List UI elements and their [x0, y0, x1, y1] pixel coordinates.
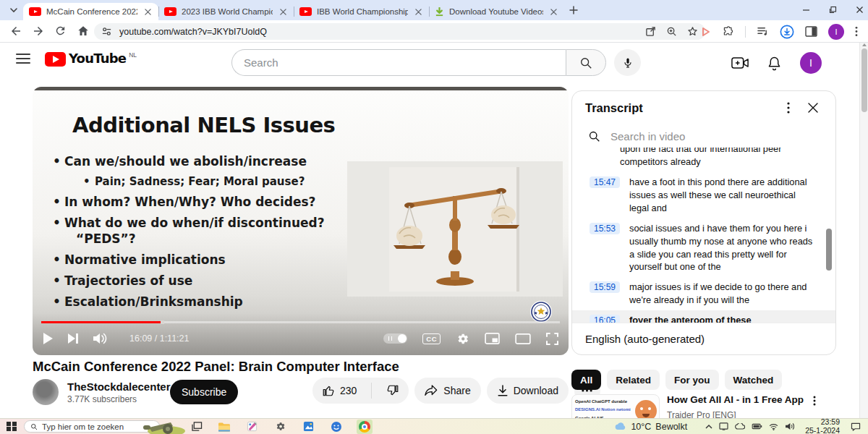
youtube-profile-avatar[interactable]: I [800, 52, 822, 74]
zoom-page-icon[interactable] [666, 26, 677, 37]
weather-widget[interactable]: 10°C Bewolkt [615, 422, 687, 432]
chip-related[interactable]: Related [607, 370, 660, 390]
chrome-icon[interactable] [357, 420, 373, 434]
extensions-puzzle-icon[interactable] [723, 26, 734, 38]
start-button[interactable] [7, 422, 17, 432]
settings-icon[interactable] [272, 420, 288, 434]
transcript-row[interactable]: 15:47 have a foot in this pond there are… [572, 172, 835, 218]
settings-gear-icon[interactable] [456, 332, 469, 346]
youtube-logo[interactable]: YouTube NL [45, 51, 137, 67]
search-button[interactable] [566, 49, 606, 76]
tab-close-icon[interactable] [278, 7, 288, 17]
notifications-bell-icon[interactable] [767, 56, 781, 71]
recommended-title[interactable]: How Get All AI - in 1 Free App [667, 394, 810, 405]
like-button[interactable]: 230 [312, 378, 366, 404]
transcript-clipped-row[interactable]: upon the fact that our international pee… [620, 148, 807, 168]
tab-search-button[interactable] [7, 4, 20, 17]
fullscreen-button[interactable] [546, 333, 558, 345]
photos-icon[interactable] [300, 420, 316, 434]
transcript-search[interactable]: Search in video [572, 124, 835, 148]
chip-all[interactable]: All [571, 370, 601, 390]
scrollbar-up-arrow[interactable] [862, 43, 867, 46]
speaker-icon[interactable] [785, 422, 794, 430]
transcript-row[interactable]: 15:53 social issues and i have them for … [572, 218, 835, 278]
channel-name[interactable]: TheStockdalecenter [67, 380, 160, 393]
share-page-icon[interactable] [645, 26, 656, 37]
reload-icon[interactable] [54, 25, 67, 38]
channel-avatar[interactable] [33, 379, 59, 405]
new-tab-button[interactable] [569, 5, 580, 17]
tab-close-icon[interactable] [548, 7, 558, 17]
browser-tab-1[interactable]: McCain Conference 2022 Panel: [23, 3, 158, 20]
browser-tab-4[interactable]: Download Youtube Videos for F [429, 3, 564, 20]
chip-for-you[interactable]: For you [665, 370, 719, 390]
taskbar-search[interactable]: Typ hier om te zoeken [24, 420, 160, 433]
onedrive-icon[interactable] [735, 423, 745, 430]
action-center-icon[interactable] [851, 422, 861, 431]
captions-button[interactable]: CC [422, 333, 441, 344]
video-player[interactable]: Additional NELS Issues Can we/should we … [33, 87, 569, 355]
transcript-list[interactable]: upon the fact that our international pee… [572, 148, 835, 323]
create-video-icon[interactable] [731, 56, 749, 69]
progress-bar[interactable] [41, 321, 560, 323]
site-info-icon[interactable] [101, 26, 112, 37]
transcript-scrollbar-thumb[interactable] [826, 229, 832, 271]
chip-watched[interactable]: Watched [725, 370, 783, 390]
transcript-row-active[interactable]: 16:05 foyer the anteroom of these capabi… [572, 310, 835, 323]
timestamp-chip[interactable]: 15:53 [590, 223, 620, 234]
tray-expand-icon[interactable] [705, 424, 712, 429]
recommended-menu-icon[interactable] [813, 396, 816, 406]
transcript-menu-icon[interactable] [776, 99, 801, 116]
window-minimize-button[interactable] [802, 6, 810, 14]
play-button[interactable] [43, 333, 54, 344]
transcript-language[interactable]: English (auto-generated) [572, 323, 835, 354]
timestamp-chip[interactable]: 16:05 [590, 315, 620, 323]
extension-arrow-icon[interactable] [700, 26, 712, 38]
browser-tab-2[interactable]: 2023 IBB World Championship | [158, 3, 294, 20]
timestamp-chip[interactable]: 15:59 [590, 281, 620, 293]
file-explorer-icon[interactable] [216, 420, 231, 434]
wifi-icon[interactable] [769, 423, 778, 430]
tab-close-icon[interactable] [413, 7, 423, 17]
download-button[interactable]: Download [487, 378, 569, 404]
media-controls-icon[interactable] [757, 26, 769, 37]
transcript-text: foyer the anteroom of these capabilizati… [629, 314, 814, 323]
emoji-app-icon[interactable] [328, 420, 344, 434]
next-button[interactable] [68, 333, 79, 344]
share-button[interactable]: Share [414, 378, 480, 404]
battery-icon[interactable] [752, 423, 762, 430]
cast-icon[interactable] [719, 422, 728, 430]
back-icon[interactable] [9, 25, 22, 38]
theater-mode-button[interactable] [515, 333, 531, 344]
window-maximize-button[interactable] [829, 6, 837, 14]
scrollbar-thumb[interactable] [861, 48, 867, 112]
volume-icon[interactable] [93, 333, 108, 344]
browser-profile-avatar[interactable]: I [828, 24, 844, 40]
bookmark-star-icon[interactable] [687, 26, 698, 37]
page-scrollbar[interactable] [859, 43, 868, 418]
timestamp-chip[interactable]: 15:47 [590, 176, 620, 188]
tab-close-icon[interactable] [142, 7, 153, 17]
side-panel-icon[interactable] [805, 26, 817, 37]
subscribe-button[interactable]: Subscribe [170, 380, 238, 404]
taskbar-clock[interactable]: 23:59 25-1-2024 [805, 418, 840, 434]
transcript-close-icon[interactable] [801, 99, 825, 116]
forward-icon[interactable] [32, 25, 45, 38]
page-root: McCain Conference 2022 Panel: 2023 IBB W… [0, 0, 868, 434]
voice-search-button[interactable] [614, 49, 641, 76]
miniplayer-button[interactable] [485, 333, 500, 344]
search-highlight-image[interactable] [139, 419, 187, 434]
address-bar[interactable]: youtube.com/watch?v=JKYbI7UoldQ [94, 23, 705, 40]
search-input[interactable] [231, 49, 566, 76]
downloads-icon[interactable] [780, 25, 794, 39]
paint-icon[interactable] [244, 420, 260, 434]
transcript-row[interactable]: 15:59 major issues is if we decide to go… [572, 277, 835, 310]
menu-hamburger-icon[interactable] [16, 54, 30, 64]
browser-tab-3[interactable]: IBB World Championship - YouT [294, 3, 429, 20]
task-view-icon[interactable] [192, 422, 203, 431]
autoplay-toggle[interactable] [383, 333, 407, 344]
window-close-button[interactable] [856, 6, 864, 14]
browser-menu-icon[interactable] [855, 26, 858, 37]
dislike-button[interactable] [377, 378, 409, 404]
home-icon[interactable] [77, 25, 90, 38]
